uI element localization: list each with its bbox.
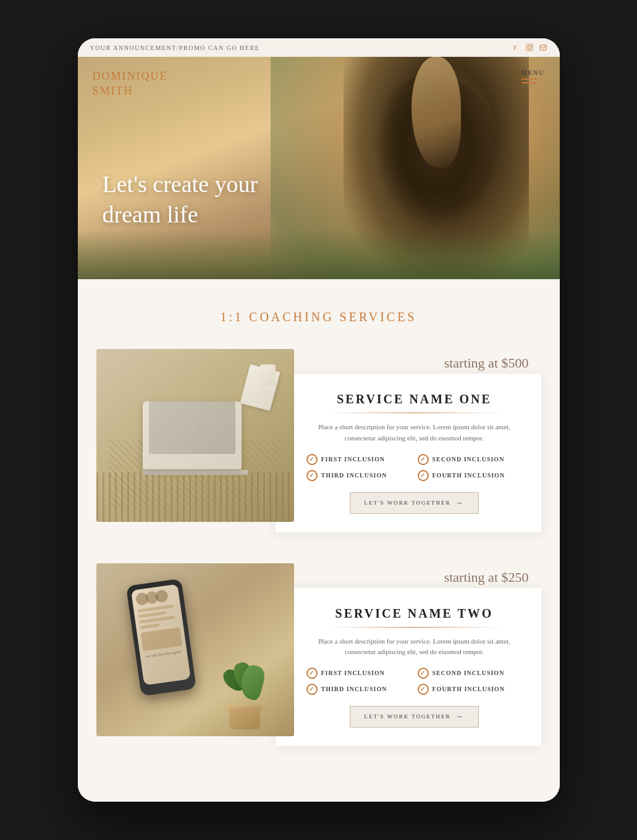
- laptop-prop: : [143, 397, 248, 475]
- hero-section: Dominique Smith MENU Let's create your d…: [78, 57, 560, 279]
- cup-prop: [260, 364, 276, 386]
- pot-body: [229, 708, 260, 729]
- inclusion-text: SECOND INCLUSION: [432, 456, 505, 463]
- tagline-line1: Let's create your: [103, 169, 258, 200]
- phone-header: [135, 588, 175, 606]
- phone-content: we will feel alive again!: [130, 584, 187, 662]
- service-one-name: SERVICE NAME ONE: [306, 392, 523, 406]
- svg-rect-0: [526, 44, 533, 51]
- service-two-info: starting at $250 SERVICE NAME TWO Place …: [276, 588, 541, 746]
- check-icon: ✓: [306, 454, 318, 465]
- svg-point-2: [531, 46, 532, 47]
- arrow-icon: →: [456, 712, 465, 721]
- inclusion-item: ✓ SECOND INCLUSION: [418, 668, 523, 679]
- inclusion-text: FOURTH INCLUSION: [432, 686, 505, 692]
- check-icon: ✓: [306, 684, 318, 695]
- service-two-divider: [328, 627, 501, 628]
- service-one-cta[interactable]: LET'S WORK TOGETHER →: [350, 492, 478, 514]
- menu-label: MENU: [521, 69, 544, 76]
- inclusion-item: ✓ FOURTH INCLUSION: [418, 684, 523, 695]
- inclusion-item: ✓ FIRST INCLUSION: [306, 454, 411, 465]
- service-one-info: starting at $500 SERVICE NAME ONE Place …: [276, 374, 541, 532]
- inclusion-text: FOURTH INCLUSION: [432, 472, 505, 479]
- service-two-price: starting at $250: [444, 569, 529, 586]
- nav-bar: Dominique Smith MENU: [78, 57, 560, 111]
- inclusion-item: ✓ THIRD INCLUSION: [306, 684, 411, 695]
- service-one-divider: [328, 413, 501, 413]
- instagram-icon[interactable]: [525, 43, 534, 52]
- service-two-image: we will feel alive again!: [96, 563, 294, 736]
- svg-rect-3: [540, 45, 546, 50]
- apple-logo-icon: : [190, 421, 194, 435]
- check-icon: ✓: [418, 470, 429, 481]
- logo-line2: Smith: [93, 84, 168, 98]
- logo-line1: Dominique: [93, 69, 168, 83]
- social-icons-group: f: [512, 43, 547, 52]
- device-frame: YOUR ANNOUNCEMENT/PROMO CAN GO HERE f: [78, 38, 560, 801]
- phone-text: we will feel alive again!: [143, 649, 183, 658]
- inclusion-text: THIRD INCLUSION: [321, 686, 387, 692]
- inclusion-item: ✓ THIRD INCLUSION: [306, 470, 411, 481]
- phone-scene: we will feel alive again!: [96, 563, 294, 736]
- inclusion-text: SECOND INCLUSION: [432, 670, 505, 676]
- content-line: [140, 623, 159, 629]
- announcement-bar: YOUR ANNOUNCEMENT/PROMO CAN GO HERE f: [78, 38, 560, 57]
- laptop-scene: : [96, 349, 294, 522]
- service-two-cta[interactable]: LET'S WORK TOGETHER →: [350, 706, 478, 728]
- hero-tagline: Let's create your dream life: [103, 169, 258, 230]
- check-icon: ✓: [306, 668, 318, 679]
- service-two-description: Place a short description for your servi…: [306, 636, 523, 658]
- service-card-two: we will feel alive again!: [96, 563, 541, 746]
- service-one-description: Place a short description for your servi…: [306, 422, 523, 443]
- svg-point-1: [528, 46, 531, 49]
- hamburger-icon: [521, 78, 544, 83]
- menu-button[interactable]: MENU: [521, 69, 544, 86]
- inclusion-item: ✓ FIRST INCLUSION: [306, 668, 411, 679]
- section-title: 1:1 COACHING SERVICES: [96, 310, 541, 324]
- content-line: [137, 604, 173, 612]
- phone-screen: we will feel alive again!: [130, 584, 190, 685]
- services-section: 1:1 COACHING SERVICES : [78, 279, 560, 801]
- inclusion-text: FIRST INCLUSION: [321, 670, 385, 676]
- arrow-icon: →: [456, 498, 465, 508]
- email-icon[interactable]: [539, 43, 547, 52]
- service-two-name: SERVICE NAME TWO: [306, 607, 523, 621]
- inclusion-text: THIRD INCLUSION: [321, 472, 387, 479]
- check-icon: ✓: [418, 454, 429, 465]
- tagline-line2: dream life: [103, 200, 258, 230]
- phone-image-block: [140, 627, 182, 651]
- hero-field: [78, 230, 560, 279]
- plant-leaves: [220, 662, 269, 705]
- service-one-inclusions: ✓ FIRST INCLUSION ✓ SECOND INCLUSION ✓ T…: [306, 454, 523, 481]
- check-icon: ✓: [418, 668, 429, 679]
- inclusion-text: FIRST INCLUSION: [321, 456, 385, 463]
- service-one-price: starting at $500: [444, 355, 529, 371]
- inclusion-item: ✓ SECOND INCLUSION: [418, 454, 523, 465]
- service-card-one:  starting at $500 SERVICE NAME ONE Plac…: [96, 349, 541, 532]
- cta-text: LET'S WORK TOGETHER: [364, 500, 450, 506]
- facebook-icon[interactable]: f: [512, 43, 520, 52]
- service-one-image: : [96, 349, 294, 522]
- announcement-text: YOUR ANNOUNCEMENT/PROMO CAN GO HERE: [90, 44, 260, 51]
- mat-texture: [96, 472, 294, 522]
- check-icon: ✓: [418, 684, 429, 695]
- plant-prop: [220, 662, 269, 724]
- service-two-inclusions: ✓ FIRST INCLUSION ✓ SECOND INCLUSION ✓ T…: [306, 668, 523, 695]
- cta-text: LET'S WORK TOGETHER: [364, 713, 450, 720]
- check-icon: ✓: [306, 470, 318, 481]
- laptop-base: [143, 470, 248, 475]
- logo[interactable]: Dominique Smith: [93, 69, 168, 98]
- inclusion-item: ✓ FOURTH INCLUSION: [418, 470, 523, 481]
